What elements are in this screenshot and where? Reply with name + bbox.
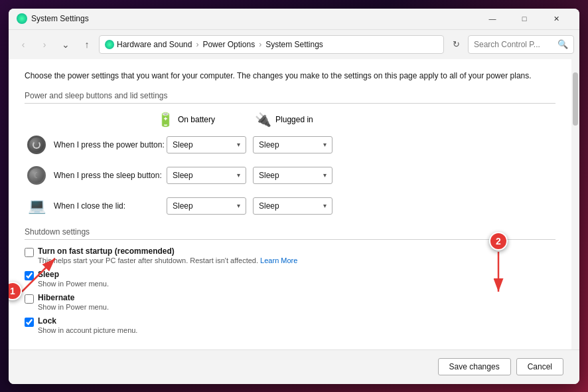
app-icon: [17, 13, 27, 24]
power-button-icon: [27, 136, 46, 154]
svg-line-1: [22, 258, 55, 292]
chevron-down-icon: ▾: [323, 141, 327, 148]
chevron-down-icon: ▾: [237, 202, 240, 209]
main-content: Choose the power settings that you want …: [9, 59, 571, 349]
sleep-button-battery-dropdown[interactable]: Sleep ▾: [167, 167, 246, 184]
up-button[interactable]: ↑: [78, 35, 96, 54]
search-icon: 🔍: [557, 39, 568, 49]
shutdown-header: Shutdown settings: [25, 227, 555, 240]
lock-checkbox-label[interactable]: Lock: [38, 316, 56, 326]
breadcrumb-power: Power Options: [202, 40, 255, 49]
search-bar[interactable]: 🔍: [468, 35, 574, 54]
on-battery-label: 🔋 On battery: [157, 112, 215, 128]
power-button-label: When I press the power button:: [54, 140, 167, 149]
lid-icon: 💻: [28, 197, 46, 215]
sleep-button-pluggedin-dropdown[interactable]: Sleep ▾: [253, 167, 332, 184]
battery-icon: 🔋: [157, 112, 174, 128]
power-button-battery-dropdown[interactable]: Sleep ▾: [167, 136, 246, 153]
chevron-down-icon: ▾: [323, 171, 327, 179]
minimize-button[interactable]: —: [477, 9, 508, 30]
annotation-1: 1: [9, 245, 75, 300]
chevron-down-icon: ▾: [237, 141, 240, 148]
power-button-pluggedin-dropdown[interactable]: Sleep ▾: [253, 136, 332, 153]
titlebar: System Settings — □ ✕: [9, 9, 579, 30]
breadcrumb-system: System Settings: [265, 40, 323, 49]
save-changes-button[interactable]: Save changes: [438, 358, 511, 375]
lid-icon-wrap: 💻: [25, 194, 48, 218]
lid-battery-dropdown[interactable]: Sleep ▾: [167, 197, 246, 215]
toolbar: ‹ › ⌄ ↑ Hardware and Sound › Power Optio…: [9, 30, 579, 59]
refresh-button[interactable]: ↻: [447, 35, 465, 54]
cancel-button[interactable]: Cancel: [516, 358, 563, 375]
plugged-icon: 🔌: [255, 112, 271, 128]
lid-row: 💻 When I close the lid: Sleep ▾ Sleep ▾: [25, 194, 555, 218]
forward-button[interactable]: ›: [35, 35, 54, 54]
window-title: System Settings: [31, 14, 477, 23]
lid-pluggedin-dropdown[interactable]: Sleep ▾: [253, 197, 332, 215]
sleep-button-row: ☾ When I press the sleep button: Sleep ▾…: [25, 163, 555, 187]
scrollbar-thumb[interactable]: [573, 72, 578, 126]
sleep-button-dropdowns: Sleep ▾ Sleep ▾: [167, 167, 332, 184]
address-bar[interactable]: Hardware and Sound › Power Options › Sys…: [99, 35, 444, 54]
search-input[interactable]: [474, 40, 555, 49]
window-controls: — □ ✕: [477, 9, 571, 30]
learn-more-link[interactable]: Learn More: [260, 256, 297, 264]
lock-checkbox[interactable]: [25, 318, 34, 327]
chevron-down-icon: ▾: [237, 171, 240, 179]
hibernate-checkbox-row: Hibernate Show in Power menu.: [25, 293, 555, 311]
lid-dropdowns: Sleep ▾ Sleep ▾: [167, 197, 332, 215]
maximize-button[interactable]: □: [509, 9, 540, 30]
back-button[interactable]: ‹: [14, 35, 33, 54]
page-description: Choose the power settings that you want …: [25, 70, 555, 82]
sleep-button-icon: ☾: [27, 166, 46, 185]
lock-checkbox-row: Lock Show in account picture menu.: [25, 316, 555, 334]
fast-startup-row: Turn on fast startup (recommended) This …: [25, 246, 555, 264]
chevron-down-icon: ▾: [323, 202, 327, 209]
address-icon: [105, 40, 114, 49]
sleep-button-label: When I press the sleep button:: [54, 171, 167, 180]
annotation-2: 2: [478, 232, 518, 314]
close-button[interactable]: ✕: [541, 9, 571, 30]
content-area: Choose the power settings that you want …: [9, 59, 579, 349]
scrollbar[interactable]: [571, 59, 579, 349]
lid-label: When I close the lid:: [54, 201, 167, 211]
power-button-row: When I press the power button: Sleep ▾ S…: [25, 133, 555, 157]
sleep-checkbox-row: Sleep Show in Power menu.: [25, 270, 555, 288]
plugged-in-label: 🔌 Plugged in: [255, 112, 313, 128]
section-header-power: Power and sleep buttons and lid settings: [25, 91, 555, 104]
dropdown-button[interactable]: ⌄: [56, 35, 75, 54]
shutdown-section: Shutdown settings Turn on fast startup (…: [25, 227, 555, 334]
footer: Save changes Cancel: [9, 349, 579, 384]
battery-header-row: 🔋 On battery 🔌 Plugged in: [157, 112, 555, 128]
power-button-icon-wrap: [25, 133, 48, 157]
sleep-button-icon-wrap: ☾: [25, 163, 48, 187]
breadcrumb-hardware: Hardware and Sound: [117, 40, 192, 49]
power-button-dropdowns: Sleep ▾ Sleep ▾: [167, 136, 332, 153]
